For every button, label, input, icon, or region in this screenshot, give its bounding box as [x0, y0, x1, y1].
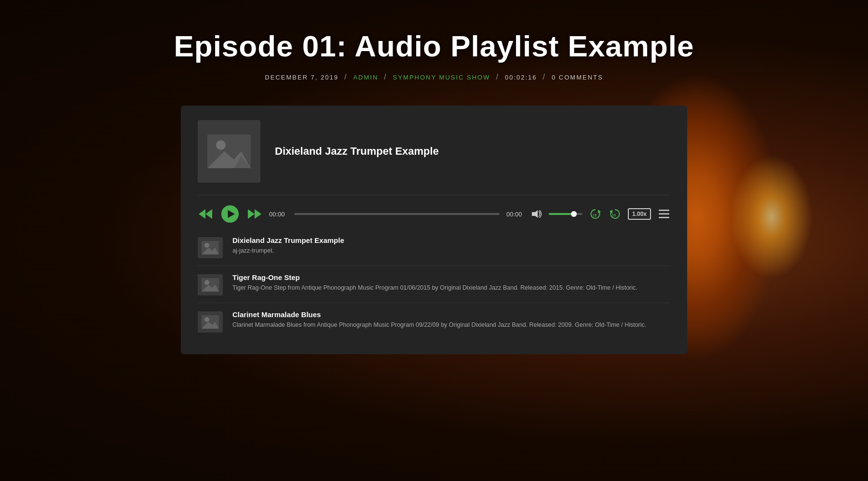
track-desc-0: aj-jazz-trumpet.: [232, 246, 670, 255]
track-placeholder-icon-0: [202, 241, 219, 254]
meta-author[interactable]: ADMIN: [353, 74, 378, 81]
fast-forward-button[interactable]: [247, 208, 262, 220]
playlist: Dixieland Jazz Trumpet Example aj-jazz-t…: [198, 229, 670, 340]
playlist-item[interactable]: Tiger Rag-One Step Tiger Rag-One Step fr…: [198, 266, 670, 303]
meta-show[interactable]: SYMPHONY MUSIC SHOW: [393, 74, 490, 81]
now-playing-row: Dixieland Jazz Trumpet Example: [198, 120, 670, 183]
svg-rect-15: [659, 210, 669, 211]
skip-forward-button[interactable]: 15: [609, 208, 621, 220]
svg-marker-9: [255, 209, 261, 219]
progress-track[interactable]: [294, 213, 500, 215]
track-name-0: Dixieland Jazz Trumpet Example: [232, 236, 670, 244]
page-wrapper: Episode 01: Audio Playlist Example DECEM…: [0, 0, 868, 354]
player-container: Dixieland Jazz Trumpet Example: [181, 106, 687, 354]
menu-button[interactable]: [658, 209, 670, 219]
sep2: /: [384, 73, 387, 81]
controls-row: 00:00 00:00: [198, 195, 670, 224]
album-art-small-2: [198, 311, 223, 333]
skip-forward-icon: 15: [610, 209, 620, 219]
rewind-icon: [199, 209, 212, 219]
volume-icon: [531, 210, 542, 218]
sep1: /: [344, 73, 347, 81]
volume-thumb: [571, 211, 577, 217]
placeholder-image-icon: [207, 134, 251, 168]
volume-track[interactable]: [549, 213, 583, 215]
track-name-1: Tiger Rag-One Step: [232, 273, 670, 281]
meta-comments[interactable]: 0 COMMENTS: [552, 74, 603, 81]
track-desc-1: Tiger Rag-One Step from Antique Phonogra…: [232, 283, 670, 293]
replay-button[interactable]: 15: [589, 208, 602, 220]
playlist-item[interactable]: Clarinet Marmalade Blues Clarinet Marmal…: [198, 303, 670, 340]
svg-marker-8: [248, 209, 255, 219]
total-time: 00:00: [506, 211, 525, 218]
author-link[interactable]: ADMIN: [353, 74, 378, 81]
svg-text:15: 15: [593, 214, 597, 217]
album-art-small-1: [198, 274, 223, 295]
track-info-0: Dixieland Jazz Trumpet Example aj-jazz-t…: [232, 236, 670, 255]
svg-rect-16: [659, 214, 669, 215]
svg-point-22: [204, 280, 209, 285]
track-info-2: Clarinet Marmalade Blues Clarinet Marmal…: [232, 310, 670, 330]
show-link[interactable]: SYMPHONY MUSIC SHOW: [393, 74, 490, 81]
svg-point-25: [204, 317, 209, 322]
page-title: Episode 01: Audio Playlist Example: [174, 29, 694, 63]
menu-icon: [659, 210, 669, 218]
track-name-2: Clarinet Marmalade Blues: [232, 310, 670, 319]
sep4: /: [543, 73, 546, 81]
meta-date: DECEMBER 7, 2019: [265, 74, 339, 81]
meta-bar: DECEMBER 7, 2019 / ADMIN / SYMPHONY MUSI…: [265, 73, 603, 81]
current-time: 00:00: [269, 211, 287, 218]
playlist-item[interactable]: Dixieland Jazz Trumpet Example aj-jazz-t…: [198, 229, 670, 266]
track-placeholder-icon-1: [202, 278, 219, 292]
now-playing-title: Dixieland Jazz Trumpet Example: [275, 145, 439, 158]
rewind-button[interactable]: [198, 208, 213, 220]
svg-rect-17: [659, 217, 669, 218]
play-button[interactable]: [220, 204, 240, 224]
svg-marker-10: [532, 210, 538, 218]
volume-icon-wrapper: [531, 210, 542, 218]
play-icon: [221, 204, 239, 224]
volume-fill: [549, 213, 574, 215]
track-placeholder-icon-2: [202, 315, 219, 329]
svg-point-19: [204, 243, 209, 248]
svg-text:15: 15: [612, 214, 616, 217]
svg-marker-4: [205, 209, 212, 219]
track-info-1: Tiger Rag-One Step Tiger Rag-One Step fr…: [232, 273, 670, 293]
album-art-small-0: [198, 237, 223, 258]
fast-forward-icon: [248, 209, 261, 219]
replay-icon: 15: [590, 209, 601, 219]
svg-point-1: [216, 140, 226, 150]
meta-duration: 00:02:16: [505, 74, 537, 81]
svg-marker-5: [199, 209, 205, 219]
album-art-large: [198, 120, 260, 183]
speed-badge[interactable]: 1.00x: [628, 208, 651, 220]
sep3: /: [496, 73, 499, 81]
track-desc-2: Clarinet Marmalade Blues from Antique Ph…: [232, 321, 670, 330]
